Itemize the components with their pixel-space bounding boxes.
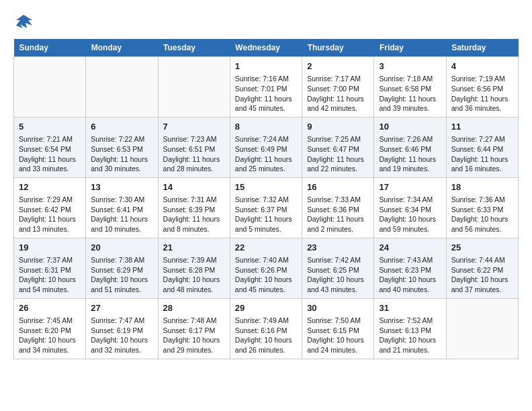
day-number: 5 <box>19 121 81 133</box>
day-info: Sunrise: 7:36 AM Sunset: 6:33 PM Dayligh… <box>451 195 513 234</box>
weekday-header-tuesday: Tuesday <box>158 39 230 57</box>
day-info: Sunrise: 7:26 AM Sunset: 6:46 PM Dayligh… <box>379 134 441 174</box>
day-info: Sunrise: 7:29 AM Sunset: 6:42 PM Dayligh… <box>19 195 81 234</box>
day-info: Sunrise: 7:17 AM Sunset: 7:00 PM Dayligh… <box>307 74 369 113</box>
day-info: Sunrise: 7:45 AM Sunset: 6:20 PM Dayligh… <box>19 316 81 355</box>
svg-marker-0 <box>16 15 32 28</box>
day-number: 10 <box>379 121 441 133</box>
calendar-cell: 26Sunrise: 7:45 AM Sunset: 6:20 PM Dayli… <box>14 298 86 359</box>
page-header <box>13 13 519 32</box>
calendar-week-row: 26Sunrise: 7:45 AM Sunset: 6:20 PM Dayli… <box>14 298 519 359</box>
day-info: Sunrise: 7:27 AM Sunset: 6:44 PM Dayligh… <box>451 134 513 174</box>
calendar-cell: 22Sunrise: 7:40 AM Sunset: 6:26 PM Dayli… <box>230 238 302 298</box>
calendar-cell: 18Sunrise: 7:36 AM Sunset: 6:33 PM Dayli… <box>446 177 518 238</box>
weekday-header-row: SundayMondayTuesdayWednesdayThursdayFrid… <box>14 39 519 57</box>
day-number: 8 <box>235 121 297 133</box>
day-info: Sunrise: 7:34 AM Sunset: 6:34 PM Dayligh… <box>379 195 441 234</box>
calendar-cell: 10Sunrise: 7:26 AM Sunset: 6:46 PM Dayli… <box>374 117 446 177</box>
day-info: Sunrise: 7:39 AM Sunset: 6:28 PM Dayligh… <box>163 255 225 295</box>
day-info: Sunrise: 7:31 AM Sunset: 6:39 PM Dayligh… <box>163 195 225 234</box>
day-info: Sunrise: 7:50 AM Sunset: 6:15 PM Dayligh… <box>307 316 369 355</box>
day-number: 9 <box>307 121 369 133</box>
day-info: Sunrise: 7:32 AM Sunset: 6:37 PM Dayligh… <box>235 195 297 234</box>
day-info: Sunrise: 7:16 AM Sunset: 7:01 PM Dayligh… <box>235 74 297 113</box>
calendar-cell: 2Sunrise: 7:17 AM Sunset: 7:00 PM Daylig… <box>302 57 374 118</box>
day-number: 3 <box>379 60 441 73</box>
day-number: 1 <box>235 60 297 73</box>
calendar-cell: 25Sunrise: 7:44 AM Sunset: 6:22 PM Dayli… <box>446 238 518 298</box>
calendar-cell: 29Sunrise: 7:49 AM Sunset: 6:16 PM Dayli… <box>230 298 302 359</box>
calendar-cell: 14Sunrise: 7:31 AM Sunset: 6:39 PM Dayli… <box>158 177 230 238</box>
day-info: Sunrise: 7:22 AM Sunset: 6:53 PM Dayligh… <box>91 134 152 174</box>
day-info: Sunrise: 7:49 AM Sunset: 6:16 PM Dayligh… <box>235 316 297 355</box>
weekday-header-saturday: Saturday <box>446 39 518 57</box>
calendar-cell: 8Sunrise: 7:24 AM Sunset: 6:49 PM Daylig… <box>230 117 302 177</box>
calendar-cell: 21Sunrise: 7:39 AM Sunset: 6:28 PM Dayli… <box>158 238 230 298</box>
day-number: 18 <box>451 181 513 193</box>
calendar-cell <box>158 57 230 118</box>
day-number: 15 <box>235 181 297 193</box>
day-number: 12 <box>19 181 81 193</box>
day-number: 31 <box>379 302 441 314</box>
day-info: Sunrise: 7:40 AM Sunset: 6:26 PM Dayligh… <box>235 255 297 295</box>
day-info: Sunrise: 7:23 AM Sunset: 6:51 PM Dayligh… <box>163 134 225 174</box>
calendar-week-row: 19Sunrise: 7:37 AM Sunset: 6:31 PM Dayli… <box>14 238 519 298</box>
day-number: 28 <box>163 302 225 314</box>
calendar-cell: 1Sunrise: 7:16 AM Sunset: 7:01 PM Daylig… <box>230 57 302 118</box>
day-number: 21 <box>163 242 225 254</box>
calendar-cell: 15Sunrise: 7:32 AM Sunset: 6:37 PM Dayli… <box>230 177 302 238</box>
day-info: Sunrise: 7:52 AM Sunset: 6:13 PM Dayligh… <box>379 316 441 355</box>
day-number: 11 <box>451 121 513 133</box>
day-number: 22 <box>235 242 297 254</box>
calendar-cell: 19Sunrise: 7:37 AM Sunset: 6:31 PM Dayli… <box>14 238 86 298</box>
day-number: 14 <box>163 181 225 193</box>
calendar-cell: 11Sunrise: 7:27 AM Sunset: 6:44 PM Dayli… <box>446 117 518 177</box>
day-number: 23 <box>307 242 369 254</box>
day-number: 17 <box>379 181 441 193</box>
calendar-cell: 17Sunrise: 7:34 AM Sunset: 6:34 PM Dayli… <box>374 177 446 238</box>
day-number: 27 <box>91 302 152 314</box>
day-number: 6 <box>91 121 152 133</box>
day-number: 20 <box>91 242 152 254</box>
calendar-cell: 27Sunrise: 7:47 AM Sunset: 6:19 PM Dayli… <box>86 298 158 359</box>
day-info: Sunrise: 7:44 AM Sunset: 6:22 PM Dayligh… <box>451 255 513 295</box>
calendar-cell: 16Sunrise: 7:33 AM Sunset: 6:36 PM Dayli… <box>302 177 374 238</box>
weekday-header-monday: Monday <box>86 39 158 57</box>
calendar-cell: 12Sunrise: 7:29 AM Sunset: 6:42 PM Dayli… <box>14 177 86 238</box>
day-info: Sunrise: 7:47 AM Sunset: 6:19 PM Dayligh… <box>91 316 152 355</box>
day-number: 13 <box>91 181 152 193</box>
calendar-cell: 6Sunrise: 7:22 AM Sunset: 6:53 PM Daylig… <box>86 117 158 177</box>
weekday-header-thursday: Thursday <box>302 39 374 57</box>
day-info: Sunrise: 7:43 AM Sunset: 6:23 PM Dayligh… <box>379 255 441 295</box>
calendar-cell: 30Sunrise: 7:50 AM Sunset: 6:15 PM Dayli… <box>302 298 374 359</box>
day-info: Sunrise: 7:30 AM Sunset: 6:41 PM Dayligh… <box>91 195 152 234</box>
calendar-cell: 3Sunrise: 7:18 AM Sunset: 6:58 PM Daylig… <box>374 57 446 118</box>
weekday-header-wednesday: Wednesday <box>230 39 302 57</box>
weekday-header-sunday: Sunday <box>14 39 86 57</box>
day-info: Sunrise: 7:18 AM Sunset: 6:58 PM Dayligh… <box>379 74 441 113</box>
calendar-cell <box>446 298 518 359</box>
calendar-cell: 9Sunrise: 7:25 AM Sunset: 6:47 PM Daylig… <box>302 117 374 177</box>
day-info: Sunrise: 7:19 AM Sunset: 6:56 PM Dayligh… <box>451 74 513 113</box>
calendar-cell: 4Sunrise: 7:19 AM Sunset: 6:56 PM Daylig… <box>446 57 518 118</box>
logo-icon <box>13 13 34 32</box>
day-number: 29 <box>235 302 297 314</box>
calendar-cell: 28Sunrise: 7:48 AM Sunset: 6:17 PM Dayli… <box>158 298 230 359</box>
calendar-cell: 13Sunrise: 7:30 AM Sunset: 6:41 PM Dayli… <box>86 177 158 238</box>
day-info: Sunrise: 7:38 AM Sunset: 6:29 PM Dayligh… <box>91 255 152 295</box>
day-info: Sunrise: 7:24 AM Sunset: 6:49 PM Dayligh… <box>235 134 297 174</box>
calendar-cell: 23Sunrise: 7:42 AM Sunset: 6:25 PM Dayli… <box>302 238 374 298</box>
day-info: Sunrise: 7:21 AM Sunset: 6:54 PM Dayligh… <box>19 134 81 174</box>
calendar-week-row: 5Sunrise: 7:21 AM Sunset: 6:54 PM Daylig… <box>14 117 519 177</box>
day-number: 30 <box>307 302 369 314</box>
day-number: 24 <box>379 242 441 254</box>
weekday-header-friday: Friday <box>374 39 446 57</box>
logo <box>13 13 36 32</box>
calendar-cell: 31Sunrise: 7:52 AM Sunset: 6:13 PM Dayli… <box>374 298 446 359</box>
day-info: Sunrise: 7:33 AM Sunset: 6:36 PM Dayligh… <box>307 195 369 234</box>
day-number: 19 <box>19 242 81 254</box>
day-number: 4 <box>451 60 513 73</box>
calendar-cell <box>86 57 158 118</box>
calendar-cell <box>14 57 86 118</box>
calendar-cell: 24Sunrise: 7:43 AM Sunset: 6:23 PM Dayli… <box>374 238 446 298</box>
